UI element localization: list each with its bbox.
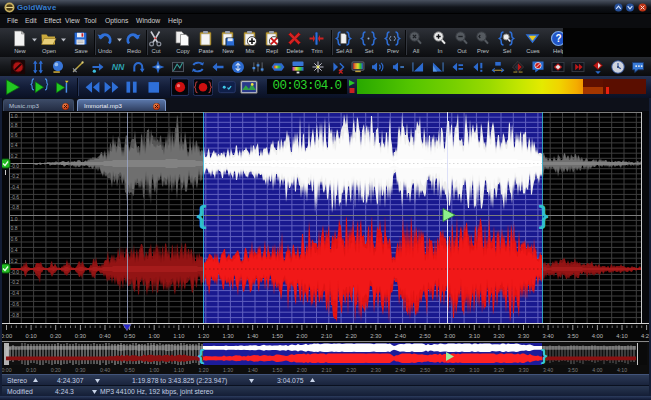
svg-text:0:40: 0:40 (100, 367, 110, 373)
svg-text:2:10: 2:10 (321, 333, 332, 339)
svg-text:3:20: 3:20 (494, 367, 504, 373)
svg-text:1:20: 1:20 (198, 333, 209, 339)
svg-text:4:00: 4:00 (592, 367, 602, 373)
svg-text:{: { (196, 200, 206, 230)
svg-text:2:30: 2:30 (370, 333, 381, 339)
svg-text:0:00: 0:00 (1, 367, 11, 373)
svg-text:1:50: 1:50 (272, 333, 283, 339)
svg-text:1:30: 1:30 (222, 333, 233, 339)
svg-text:0.8: 0.8 (11, 225, 18, 231)
svg-text:3:10: 3:10 (469, 333, 480, 339)
svg-text:2:00: 2:00 (297, 367, 307, 373)
svg-text:1.0: 1.0 (11, 216, 18, 222)
svg-text:0.2: 0.2 (11, 258, 18, 264)
svg-text:-0.0: -0.0 (11, 163, 20, 169)
svg-text:0:50: 0:50 (125, 367, 135, 373)
svg-text:4:10: 4:10 (617, 367, 627, 373)
svg-text:-0.6: -0.6 (11, 301, 20, 307)
svg-text:2:30: 2:30 (371, 367, 381, 373)
svg-text:3:40: 3:40 (542, 333, 553, 339)
svg-text:4:00: 4:00 (592, 333, 603, 339)
svg-text:-0.2: -0.2 (11, 173, 20, 179)
svg-text:2:40: 2:40 (395, 367, 405, 373)
svg-text:0:20: 0:20 (51, 367, 61, 373)
svg-text:1:00: 1:00 (149, 333, 160, 339)
svg-text:2:50: 2:50 (419, 333, 430, 339)
svg-text:3:50: 3:50 (568, 367, 578, 373)
svg-text:-0.6: -0.6 (11, 194, 20, 200)
svg-text:2:20: 2:20 (346, 333, 357, 339)
svg-text:0:10: 0:10 (25, 333, 36, 339)
svg-text:-0.4: -0.4 (11, 290, 20, 296)
svg-text:-0.2: -0.2 (11, 279, 20, 285)
svg-text:-0.8: -0.8 (11, 312, 20, 318)
svg-text:0:10: 0:10 (26, 367, 36, 373)
svg-text:3:00: 3:00 (445, 367, 455, 373)
svg-text:0:50: 0:50 (124, 333, 135, 339)
svg-text:3:20: 3:20 (493, 333, 504, 339)
svg-text:3:50: 3:50 (567, 333, 578, 339)
svg-text:0.4: 0.4 (11, 247, 18, 253)
svg-text:2:40: 2:40 (395, 333, 406, 339)
svg-text:-0.8: -0.8 (11, 204, 20, 210)
svg-text:0:30: 0:30 (75, 367, 85, 373)
svg-text:0.8: 0.8 (11, 122, 18, 128)
svg-text:0:00: 0:00 (1, 333, 12, 339)
svg-text:0.6: 0.6 (11, 236, 18, 242)
svg-text:1:10: 1:10 (173, 333, 184, 339)
svg-text:2:20: 2:20 (346, 367, 356, 373)
svg-text:0.4: 0.4 (11, 142, 18, 148)
svg-text:3:10: 3:10 (469, 367, 479, 373)
svg-text:0:30: 0:30 (75, 333, 86, 339)
svg-text:1:50: 1:50 (272, 367, 282, 373)
svg-text:-0.4: -0.4 (11, 184, 20, 190)
svg-text:}: } (541, 346, 548, 365)
svg-text:3:30: 3:30 (518, 333, 529, 339)
svg-text:2:00: 2:00 (296, 333, 307, 339)
svg-text:0.6: 0.6 (11, 132, 18, 138)
svg-text:3:30: 3:30 (518, 367, 528, 373)
svg-text:-0.0: -0.0 (11, 269, 20, 275)
svg-text:1:00: 1:00 (149, 367, 159, 373)
svg-text:1:40: 1:40 (247, 333, 258, 339)
svg-text:{: { (198, 346, 205, 365)
svg-text:2:10: 2:10 (322, 367, 332, 373)
svg-text:0:40: 0:40 (99, 333, 110, 339)
svg-text:2:50: 2:50 (420, 367, 430, 373)
svg-text:1:10: 1:10 (174, 367, 184, 373)
svg-text:0.2: 0.2 (11, 153, 18, 159)
svg-text:}: } (538, 200, 548, 230)
svg-text:3:00: 3:00 (444, 333, 455, 339)
svg-text:4:10: 4:10 (616, 333, 627, 339)
svg-text:0:20: 0:20 (50, 333, 61, 339)
svg-text:1.0: 1.0 (11, 113, 18, 119)
svg-text:1:30: 1:30 (223, 367, 233, 373)
svg-text:1:40: 1:40 (248, 367, 258, 373)
svg-text:3:40: 3:40 (543, 367, 553, 373)
svg-text:1:20: 1:20 (198, 367, 208, 373)
